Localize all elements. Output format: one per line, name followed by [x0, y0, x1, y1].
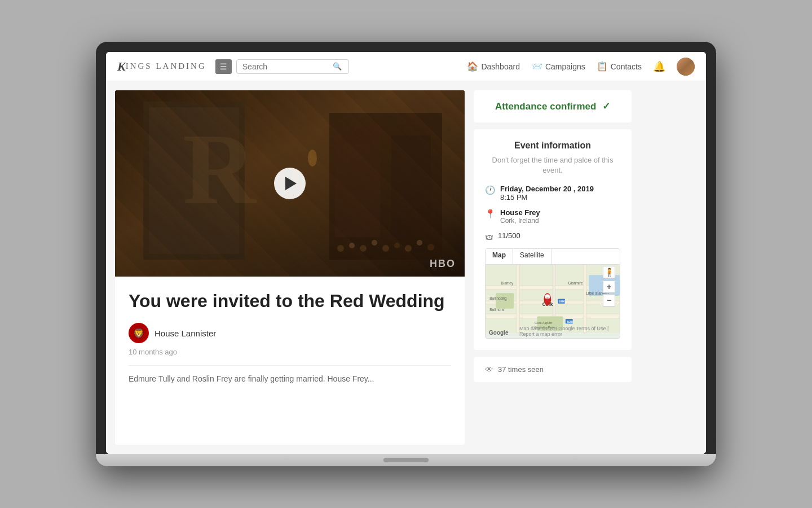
- nav-dashboard-label: Dashboard: [481, 62, 520, 71]
- timestamp: 10 months ago: [129, 348, 451, 356]
- svg-point-14: [417, 240, 422, 246]
- location-icon: 📍: [485, 209, 496, 219]
- navbar: K INGS LANDING ☰ 🔍 🏠 Dashboard 📨 Campaig…: [106, 52, 706, 81]
- main-content: R: [106, 81, 706, 454]
- map-container: Map Satellite: [485, 248, 620, 339]
- author-row: 🦁 House Lannister: [129, 323, 451, 343]
- svg-text:N28: N28: [567, 320, 573, 323]
- map-footer-text: Map data ©2019 Google Terms of Use | Rep…: [519, 326, 620, 337]
- map-zoom-controls: + −: [603, 281, 615, 306]
- play-button[interactable]: [274, 168, 306, 199]
- event-venue-row: 📍 House Frey Cork, Ireland: [485, 208, 620, 225]
- article-content: You were invited to the Red Wedding 🦁 Ho…: [115, 277, 465, 399]
- svg-point-12: [394, 243, 400, 248]
- contacts-icon: 📋: [597, 61, 608, 72]
- svg-point-10: [372, 240, 377, 246]
- svg-point-11: [382, 245, 389, 252]
- nav-campaigns-label: Campaigns: [545, 62, 585, 71]
- svg-point-7: [337, 245, 344, 252]
- svg-text:Ballincollig: Ballincollig: [489, 297, 507, 301]
- svg-rect-25: [496, 294, 514, 309]
- svg-text:Glanmire: Glanmire: [568, 281, 582, 285]
- event-time: 8:15 PM: [500, 193, 594, 202]
- article-title: You were invited to the Red Wedding: [129, 290, 451, 312]
- event-capacity: 11/500: [498, 231, 520, 240]
- seen-card: 👁 37 times seen: [474, 357, 632, 382]
- event-date: Friday, December 20 , 2019: [500, 185, 594, 193]
- map-svg: Blarney Ballincollig Ballinora Cork Airp…: [486, 265, 620, 333]
- event-date-row: 🕐 Friday, December 20 , 2019 8:15 PM: [485, 185, 620, 202]
- dashboard-icon: 🏠: [467, 61, 478, 72]
- nav-right: 🏠 Dashboard 📨 Campaigns 📋 Contacts 🔔: [467, 58, 695, 76]
- right-panel: Attendance confirmed ✓ Event information…: [474, 90, 632, 445]
- svg-rect-5: [335, 124, 380, 237]
- map-tabs: Map Satellite: [486, 249, 620, 265]
- campaigns-icon: 📨: [531, 61, 542, 72]
- svg-point-16: [308, 150, 317, 167]
- search-input[interactable]: [242, 62, 333, 71]
- pegman-icon[interactable]: 🧍: [603, 266, 615, 278]
- venue-name: House Frey: [500, 208, 540, 217]
- eye-icon: 👁: [485, 365, 493, 374]
- notification-bell-icon[interactable]: 🔔: [653, 60, 665, 73]
- venue-location: Cork, Ireland: [500, 217, 540, 225]
- left-panel: R: [115, 90, 465, 445]
- nav-contacts-label: Contacts: [611, 62, 642, 71]
- search-bar: 🔍: [236, 59, 349, 74]
- seen-text: 37 times seen: [498, 365, 544, 374]
- attendance-label: Attendance confirmed: [495, 101, 596, 112]
- svg-text:R: R: [183, 113, 257, 225]
- svg-rect-24: [584, 265, 586, 333]
- google-logo: Google: [489, 330, 508, 336]
- svg-point-15: [427, 244, 434, 251]
- hamburger-button[interactable]: ☰: [215, 59, 232, 74]
- logo-k: K: [117, 59, 126, 74]
- event-info-title: Event information: [485, 141, 620, 151]
- ticket-icon: 🎟: [485, 232, 493, 242]
- clock-icon: 🕐: [485, 185, 496, 195]
- zoom-in-button[interactable]: +: [603, 281, 615, 293]
- event-info-subtitle: Don't forget the time and palce of this …: [485, 155, 620, 176]
- event-venue-content: House Frey Cork, Ireland: [500, 208, 540, 225]
- event-date-content: Friday, December 20 , 2019 8:15 PM: [500, 185, 594, 202]
- video-container[interactable]: R: [115, 90, 465, 277]
- author-name: House Lannister: [155, 329, 216, 338]
- hbo-watermark: HBO: [430, 258, 456, 270]
- check-icon: ✓: [602, 101, 610, 112]
- event-info-card: Event information Don't forget the time …: [474, 129, 632, 350]
- map-tab-satellite[interactable]: Satellite: [513, 249, 551, 264]
- avatar-image: [677, 58, 695, 76]
- zoom-out-button[interactable]: −: [603, 294, 615, 306]
- avatar[interactable]: [677, 58, 695, 76]
- svg-rect-22: [517, 265, 519, 333]
- svg-text:Blarney: Blarney: [501, 281, 513, 286]
- svg-text:Cork Airport: Cork Airport: [535, 322, 553, 325]
- svg-text:N40: N40: [559, 300, 565, 303]
- svg-point-8: [349, 243, 355, 248]
- attendance-card: Attendance confirmed ✓: [474, 90, 632, 122]
- event-capacity-row: 🎟 11/500: [485, 231, 620, 242]
- article-excerpt: Edmure Tully and Roslin Frey are finally…: [129, 365, 451, 385]
- nav-dashboard[interactable]: 🏠 Dashboard: [467, 61, 520, 72]
- logo-rest: INGS LANDING: [126, 62, 206, 71]
- house-badge: 🦁: [129, 323, 149, 343]
- svg-text:Little Island: Little Island: [586, 291, 605, 295]
- map-tab-map[interactable]: Map: [486, 249, 513, 264]
- nav-contacts[interactable]: 📋 Contacts: [597, 61, 642, 72]
- svg-text:Ballinora: Ballinora: [489, 308, 504, 312]
- svg-point-42: [546, 297, 549, 301]
- search-icon: 🔍: [333, 62, 342, 71]
- play-triangle-icon: [285, 177, 297, 190]
- svg-point-13: [405, 245, 412, 252]
- attendance-text: Attendance confirmed ✓: [495, 101, 610, 112]
- nav-campaigns[interactable]: 📨 Campaigns: [531, 61, 585, 72]
- laptop-notch: [383, 458, 429, 462]
- svg-rect-6: [391, 135, 431, 237]
- svg-point-9: [360, 245, 367, 252]
- logo: K INGS LANDING: [117, 59, 206, 74]
